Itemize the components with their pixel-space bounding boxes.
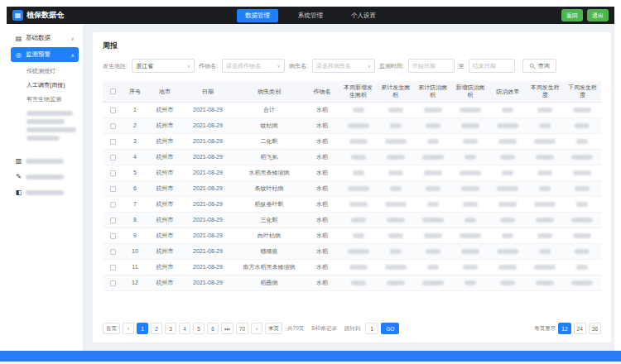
redacted-value (497, 186, 518, 191)
row-checkbox[interactable] (110, 123, 116, 129)
search-button[interactable]: 查询 (522, 59, 556, 73)
exit-button[interactable]: 退出 (587, 9, 609, 22)
region-select[interactable]: 浙江省 ∨ (132, 59, 195, 73)
row-checkbox[interactable] (110, 280, 116, 286)
column-header-8: 新增防治面积 (451, 81, 489, 102)
numeric-cell (339, 165, 377, 180)
page-number-5[interactable]: 5 (193, 323, 205, 334)
row-checkbox[interactable] (110, 139, 116, 145)
row-pest: 白叶枯病 (233, 228, 305, 243)
start-date-input[interactable]: 开始日期 (408, 59, 455, 73)
row-checkbox[interactable] (110, 233, 116, 239)
redacted-value (573, 108, 591, 113)
row-checkbox[interactable] (110, 108, 116, 113)
numeric-cell (414, 228, 451, 243)
page-ellipsis[interactable]: ••• (221, 323, 233, 334)
row-crop: 水稻 (305, 165, 339, 180)
sidebar-item-label: 监测预警 (26, 50, 51, 59)
numeric-cell (527, 275, 564, 290)
redacted-value (422, 280, 444, 285)
per-page-option-12[interactable]: 12 (558, 323, 570, 334)
go-button[interactable]: GO (381, 323, 399, 334)
numeric-cell (564, 196, 601, 212)
column-header-4: 作物名 (305, 81, 339, 102)
top-bar: ▦ 植保数据仓 数据管理系统管理个人设置 返回 退出 (7, 7, 614, 24)
sidebar-sub-item-2[interactable]: 有害生物监测 (11, 92, 79, 106)
redacted-value (571, 218, 593, 223)
sidebar-item-base-data[interactable]: ▤ 基础数据 ∨ (11, 31, 79, 46)
row-checkbox[interactable] (110, 155, 116, 160)
sidebar-redacted-item (26, 111, 73, 116)
chevron-up-icon: ∧ (71, 52, 75, 58)
redacted-value (539, 186, 551, 191)
row-city: 杭州市 (147, 133, 182, 149)
sidebar-redacted-item (26, 127, 76, 132)
redacted-value (385, 139, 407, 144)
sidebar-sub-item-1[interactable]: 人工调查(周报) (11, 78, 79, 92)
redacted-value (576, 139, 588, 144)
sidebar-bottom-item[interactable]: ◧ (11, 185, 79, 199)
page-number-4[interactable]: 4 (179, 323, 190, 334)
page-number-6[interactable]: 6 (207, 323, 219, 334)
first-page-button[interactable]: 首页 (103, 323, 120, 334)
last-page-number[interactable]: 70 (236, 323, 248, 334)
row-pest: 穗颈瘟 (233, 243, 305, 259)
row-date: 2021-08-29 (182, 102, 233, 117)
page-number-2[interactable]: 2 (151, 323, 162, 334)
numeric-cell (339, 228, 377, 243)
numeric-cell (377, 243, 414, 259)
page-number-1[interactable]: 1 (137, 323, 148, 334)
jump-page-input[interactable] (365, 323, 378, 334)
numeric-cell (377, 196, 414, 212)
next-page-button[interactable]: › (251, 323, 262, 334)
row-checkbox[interactable] (110, 170, 116, 176)
select-all-checkbox[interactable] (110, 89, 116, 94)
row-checkbox[interactable] (110, 202, 116, 208)
nav-item-0[interactable]: 数据管理 (237, 9, 278, 22)
prev-page-button[interactable]: ‹ (123, 323, 134, 334)
redacted-value (571, 280, 593, 285)
end-date-input[interactable]: 结束日期 (469, 59, 515, 73)
row-checkbox[interactable] (110, 218, 116, 223)
sidebar-sub-item-0[interactable]: 传统测报灯 (11, 64, 79, 78)
report-icon: ▥ (15, 157, 22, 165)
sidebar-bottom-item[interactable]: ▥ (11, 154, 79, 168)
back-button[interactable]: 返回 (561, 9, 583, 22)
nav-item-2[interactable]: 个人设置 (343, 9, 384, 22)
sidebar-bottom-item[interactable]: ✎ (11, 170, 79, 184)
per-page-option-36[interactable]: 36 (589, 323, 601, 334)
numeric-cell (527, 259, 564, 275)
redacted-value (385, 202, 407, 207)
page-title: 周报 (103, 41, 601, 51)
edit-icon: ✎ (15, 173, 22, 180)
filter-bar: 发生地区: 浙江省 ∨ 作物名: 请选择作物名 ∨ 病虫名: 请选择病虫名 ∨ (103, 59, 601, 73)
row-checkbox[interactable] (110, 265, 116, 271)
nav-item-1[interactable]: 系统管理 (290, 9, 331, 22)
row-pest: 条纹叶枯病 (233, 180, 305, 196)
sidebar-redacted-items (11, 108, 79, 144)
redacted-value (498, 265, 517, 270)
row-checkbox[interactable] (110, 249, 116, 255)
per-page-option-24[interactable]: 24 (574, 323, 586, 334)
pest-select[interactable]: 请选择病虫名 ∨ (312, 59, 375, 73)
table-row: 6杭州市2021-08-29条纹叶枯病水稻 (103, 180, 601, 196)
numeric-cell (564, 212, 601, 228)
row-checkbox[interactable] (110, 186, 116, 192)
redacted-value (390, 123, 402, 128)
doc-icon: ◧ (15, 189, 22, 196)
sidebar: ▤ 基础数据 ∨ ◎ 监测预警 ∧ 传统测报灯人工调查(周报)有害生物监测 ▥✎… (7, 24, 83, 351)
row-no: 1 (123, 102, 147, 117)
numeric-cell (564, 228, 601, 243)
numeric-cell (489, 102, 527, 117)
page-number-3[interactable]: 3 (165, 323, 176, 334)
numeric-cell (489, 259, 527, 275)
last-page-button[interactable]: 末页 (265, 323, 282, 334)
numeric-cell (564, 180, 601, 196)
sidebar-item-monitor-warning[interactable]: ◎ 监测预警 ∧ (11, 47, 79, 62)
numeric-cell (414, 212, 451, 228)
redacted-value (498, 202, 517, 207)
numeric-cell (451, 275, 489, 290)
table-row: 11杭州市2021-08-29南方水稻黑条矮缩病水稻 (103, 259, 601, 275)
numeric-cell (451, 133, 489, 149)
crop-select[interactable]: 请选择作物名 ∨ (222, 59, 285, 73)
